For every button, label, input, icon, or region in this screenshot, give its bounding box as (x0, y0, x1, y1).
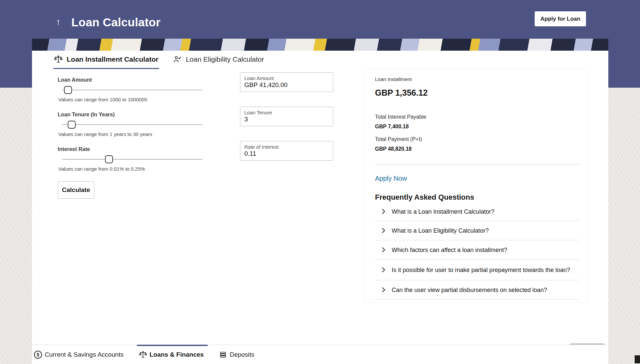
total-interest-payable-value: GBP 7,400.18 (375, 123, 579, 130)
faq-list: What is a Loan Installment Calculator? W… (375, 202, 579, 300)
slider-track (62, 124, 202, 125)
chevron-right-icon (380, 247, 385, 253)
loan-tenure-field[interactable]: Loan Tenure (240, 107, 333, 126)
faq-question: Which factors can affect a loan installm… (392, 246, 507, 254)
divider (375, 164, 579, 165)
total-interest-payable-label: Total Interest Payable (375, 114, 579, 120)
vertical-scrollbar-thumb[interactable] (635, 355, 640, 363)
tab-label: Loan Installment Calculator (67, 55, 158, 63)
faq-question: What is a Loan Eligibility Calculator? (392, 227, 489, 235)
faq-item[interactable]: What is a Loan Eligibility Calculator? (375, 221, 579, 240)
faq-title: Frequently Asked Questions (375, 193, 579, 202)
nav-item-label: Current & Savings Accounts (45, 351, 124, 358)
loan-tenure-slider-hint: Values can range from 1 years to 30 year… (58, 131, 206, 137)
loan-installment-value: GBP 1,356.12 (375, 88, 579, 98)
faq-question: What is a Loan Installment Calculator? (392, 208, 494, 216)
faq-item[interactable]: Is it possible for user to make partial … (375, 260, 579, 280)
results-panel: Loan Installment GBP 1,356.12 Total Inte… (364, 69, 588, 303)
loan-tenure-slider-handle[interactable] (68, 121, 76, 129)
field-column: Loan Amount Loan Tenure Rate of Interest (240, 72, 333, 175)
slider-track (62, 90, 202, 90)
calculate-button[interactable]: Calculate (58, 181, 94, 199)
dollar-circle-icon: $ (34, 351, 42, 359)
interest-rate-slider-hint: Values can range from 0.01% to 0.25% (58, 166, 206, 172)
tab-loan-eligibility-calculator[interactable]: Loan Eligibility Calculator (172, 51, 265, 69)
loan-amount-input[interactable] (244, 81, 329, 89)
chevron-right-icon (380, 287, 385, 293)
slider-track (62, 159, 202, 160)
loan-amount-slider-hint: Values can range from 1000 to 1000000 (58, 97, 206, 103)
rate-of-interest-field-label: Rate of Interest (244, 144, 329, 150)
faq-item[interactable]: Can the user view partial disbursements … (375, 280, 579, 300)
loan-amount-field-label: Loan Amount (244, 75, 329, 81)
loan-installment-label: Loan Installment (375, 76, 579, 82)
product-bottom-nav: $ Current & Savings Accounts Loans & Fin… (32, 345, 608, 364)
faq-item[interactable]: What is a Loan Installment Calculator? (375, 202, 579, 221)
interest-rate-slider[interactable] (62, 155, 202, 163)
tab-label: Loan Eligibility Calculator (186, 55, 264, 63)
slider-column: Loan Amount Values can range from 1000 t… (58, 75, 206, 199)
page-title: Loan Calculator (71, 16, 160, 29)
faq-question: Is it possible for user to make partial … (392, 266, 570, 274)
faq-item[interactable]: Which factors can affect a loan installm… (375, 240, 579, 260)
loan-tenure-slider[interactable] (62, 121, 202, 129)
calculator-tabs: Loan Installment Calculator Loan Eligibi… (53, 51, 265, 69)
nav-item-label: Deposits (230, 351, 254, 358)
nav-item-current-savings-accounts[interactable]: $ Current & Savings Accounts (34, 345, 124, 364)
nav-item-label: Loans & Finances (150, 351, 204, 358)
loan-tenure-slider-label: Loan Tenure (In Years) (58, 111, 206, 118)
rate-of-interest-field[interactable]: Rate of Interest (240, 141, 333, 161)
tab-loan-installment-calculator[interactable]: Loan Installment Calculator (53, 51, 159, 69)
faq-question: Can the user view partial disbursements … (392, 286, 547, 294)
loan-amount-slider[interactable] (62, 86, 202, 94)
apply-for-loan-button[interactable]: Apply for Loan (535, 11, 586, 26)
loan-amount-field[interactable]: Loan Amount (240, 72, 333, 92)
total-payment-value: GBP 48,820.18 (375, 146, 579, 152)
apply-now-link[interactable]: Apply Now (375, 174, 407, 182)
total-payment-label: Total Payment (P+I) (375, 136, 579, 142)
loan-calculator-card: Loan Installment Calculator Loan Eligibi… (32, 39, 608, 364)
rate-of-interest-input[interactable] (244, 150, 329, 158)
chevron-right-icon (380, 267, 385, 273)
interest-rate-slider-label: Interest Rate (58, 146, 206, 153)
decorative-banner (32, 39, 608, 51)
scale-icon (54, 55, 63, 64)
nav-item-loans-finances[interactable]: Loans & Finances (139, 345, 204, 364)
scale-icon (139, 351, 147, 359)
back-icon[interactable]: ↑ (56, 17, 61, 27)
chevron-right-icon (380, 209, 385, 214)
loan-amount-slider-label: Loan Amount (58, 77, 206, 83)
person-check-icon (173, 55, 182, 64)
loan-tenure-field-label: Loan Tenure (244, 110, 329, 115)
chevron-right-icon (380, 228, 385, 233)
loan-tenure-input[interactable] (244, 115, 329, 123)
loan-amount-slider-handle[interactable] (64, 86, 72, 94)
interest-rate-slider-handle[interactable] (105, 155, 113, 163)
nav-item-deposits[interactable]: Deposits (219, 345, 254, 364)
coins-stack-icon (219, 351, 227, 359)
